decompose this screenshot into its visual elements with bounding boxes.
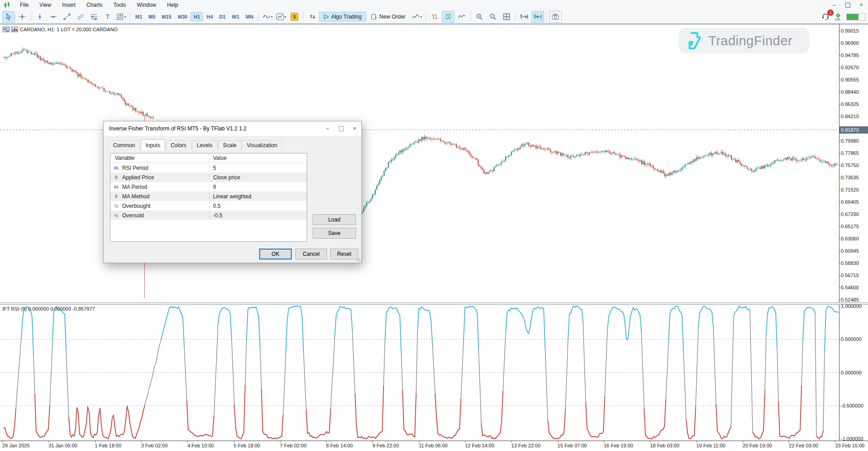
- auto-scroll-button[interactable]: [531, 11, 544, 23]
- price-tick: 0.60945: [841, 248, 859, 254]
- price-tick: 0.96900: [841, 40, 859, 46]
- price-tick: 0.63060: [841, 236, 859, 241]
- timeframe-H4[interactable]: H4: [203, 12, 216, 21]
- text-tool-button[interactable]: T: [101, 11, 114, 23]
- crosshair-tool-button[interactable]: [16, 11, 28, 23]
- price-axis[interactable]: 0.81870 0.990150.969000.947850.926700.90…: [839, 24, 868, 303]
- ok-button[interactable]: OK: [259, 249, 292, 259]
- horizontal-line-tool-button[interactable]: [47, 11, 60, 23]
- shift-end-button[interactable]: [518, 11, 531, 23]
- chart-symbol-label: CARDANO, H1: 1 LOT = 20,000 CARDANO: [3, 27, 118, 32]
- table-row[interactable]: Applied PriceClose price: [110, 173, 307, 182]
- timeframe-M15[interactable]: M15: [159, 12, 175, 21]
- bar-chart-mode-button[interactable]: [428, 11, 441, 23]
- timeframe-M1[interactable]: M1: [132, 12, 145, 21]
- toolbar-separator: [130, 12, 130, 21]
- resize-grip[interactable]: [356, 257, 360, 262]
- table-row[interactable]: MA MethodLinear weighted: [110, 192, 307, 201]
- menu-help[interactable]: Help: [162, 1, 183, 9]
- candlestick-mode-button[interactable]: [442, 11, 455, 23]
- tile-windows-button[interactable]: [500, 11, 513, 23]
- levels-indicator[interactable]: LVL: [835, 13, 841, 21]
- tab-colors[interactable]: Colors: [166, 140, 191, 150]
- oscillator-canvas[interactable]: [0, 305, 839, 441]
- restore-button[interactable]: [841, 0, 854, 10]
- param-value[interactable]: Close price: [209, 174, 307, 181]
- dialog-close-button[interactable]: ×: [348, 121, 361, 136]
- menu-window[interactable]: Window: [133, 1, 161, 9]
- restore-icon: [845, 3, 850, 8]
- close-button[interactable]: ×: [854, 0, 868, 10]
- indicator-label: IFT RSI (5) 0.000000 0.000000 -0.857977: [2, 306, 95, 312]
- depth-of-market-button[interactable]: ▾: [411, 11, 423, 23]
- tab-common[interactable]: Common: [108, 140, 140, 150]
- load-button[interactable]: Load: [313, 214, 356, 225]
- timeframe-M30[interactable]: M30: [175, 12, 190, 21]
- cancel-button[interactable]: Cancel: [295, 249, 327, 259]
- timeframe-H1[interactable]: H1: [190, 12, 203, 21]
- cursor-tool-button[interactable]: [2, 11, 15, 23]
- zoom-in-button[interactable]: [473, 11, 486, 23]
- tab-scale[interactable]: Scale: [218, 140, 242, 150]
- price-tick: 0.94785: [841, 53, 859, 58]
- line-chart-mode-button[interactable]: [455, 11, 468, 23]
- dialog-maximize-button[interactable]: [334, 121, 348, 136]
- algo-trading-button[interactable]: Algo Trading: [319, 12, 366, 22]
- dollar-icon: $: [290, 13, 299, 21]
- screenshot-button[interactable]: [549, 11, 562, 23]
- tab-levels[interactable]: Levels: [192, 140, 218, 150]
- menu-charts[interactable]: Charts: [82, 1, 107, 9]
- inputs-table[interactable]: VariableValue01RSI Period5Applied PriceC…: [110, 153, 307, 242]
- tab-visualization[interactable]: Visualization: [242, 140, 282, 150]
- menu-tools[interactable]: Tools: [109, 1, 131, 9]
- time-tick: 16 Feb 19:00: [604, 443, 633, 448]
- support-button[interactable]: 1: [821, 12, 830, 22]
- timeframe-MN[interactable]: MN: [242, 12, 256, 21]
- symbols-button[interactable]: $: [288, 11, 301, 23]
- bid-price-box: 0.81870: [840, 126, 868, 134]
- title-bar[interactable]: FileViewInsertChartsToolsWindowHelp – ×: [0, 0, 868, 10]
- param-type-icon: [110, 175, 122, 179]
- param-value[interactable]: 5: [209, 165, 307, 171]
- chart-type-button[interactable]: ▾: [261, 11, 274, 23]
- channel-tool-button[interactable]: [74, 11, 87, 23]
- buy-sell-arrows-button[interactable]: [306, 11, 318, 23]
- time-axis[interactable]: 29 Jan 202531 Jan 05:001 Feb 18:003 Feb …: [0, 441, 868, 451]
- indicator-tick: -0.500000: [841, 403, 863, 408]
- enum-icon: [114, 194, 118, 198]
- dialog-minimize-button[interactable]: –: [321, 121, 334, 136]
- indicator-axis[interactable]: 1.0000000.5000000.000000-0.500000-1.0000…: [839, 305, 868, 441]
- minimize-button[interactable]: –: [827, 0, 841, 10]
- save-button[interactable]: Save: [313, 228, 356, 239]
- menu-view[interactable]: View: [35, 1, 56, 9]
- param-value[interactable]: 0.5: [209, 203, 307, 209]
- table-row[interactable]: 01MA Period9: [110, 182, 307, 192]
- timeframe-group: M1M5M15M30H1H4D1W1MN: [132, 12, 256, 21]
- int-icon: 01: [114, 185, 119, 189]
- menu-file[interactable]: File: [15, 1, 33, 9]
- menu-insert[interactable]: Insert: [57, 1, 80, 9]
- param-value[interactable]: Linear weighted: [209, 193, 307, 200]
- param-value[interactable]: -0.5: [209, 212, 307, 219]
- window-controls: – ×: [827, 0, 868, 10]
- timeframe-W1[interactable]: W1: [229, 12, 243, 21]
- indicator-panel[interactable]: IFT RSI (5) 0.000000 0.000000 -0.857977: [0, 305, 839, 441]
- tab-inputs[interactable]: Inputs: [141, 139, 166, 150]
- table-row[interactable]: ½Oversold-0.5: [110, 211, 307, 220]
- param-value[interactable]: 9: [209, 184, 307, 190]
- dialog-title-bar[interactable]: Inverse Fisher Transform of RSI MT5 - By…: [104, 121, 361, 136]
- indicators-button[interactable]: ▾: [275, 11, 287, 23]
- param-name: MA Period: [122, 182, 209, 192]
- table-row[interactable]: ½Overbought0.5: [110, 201, 307, 211]
- dialog-controls: – ×: [321, 121, 361, 136]
- timeframe-M5[interactable]: M5: [145, 12, 158, 21]
- table-row[interactable]: 01RSI Period5: [110, 163, 307, 173]
- zoom-out-button[interactable]: [487, 11, 499, 23]
- shapes-tool-button[interactable]: ▾: [115, 11, 128, 23]
- reset-button[interactable]: Reset: [330, 249, 358, 259]
- trendline-tool-button[interactable]: [61, 11, 73, 23]
- fibonacci-tool-button[interactable]: [88, 11, 100, 23]
- new-order-button[interactable]: New Order: [366, 12, 410, 22]
- timeframe-D1[interactable]: D1: [216, 12, 229, 21]
- vertical-line-tool-button[interactable]: [33, 11, 46, 23]
